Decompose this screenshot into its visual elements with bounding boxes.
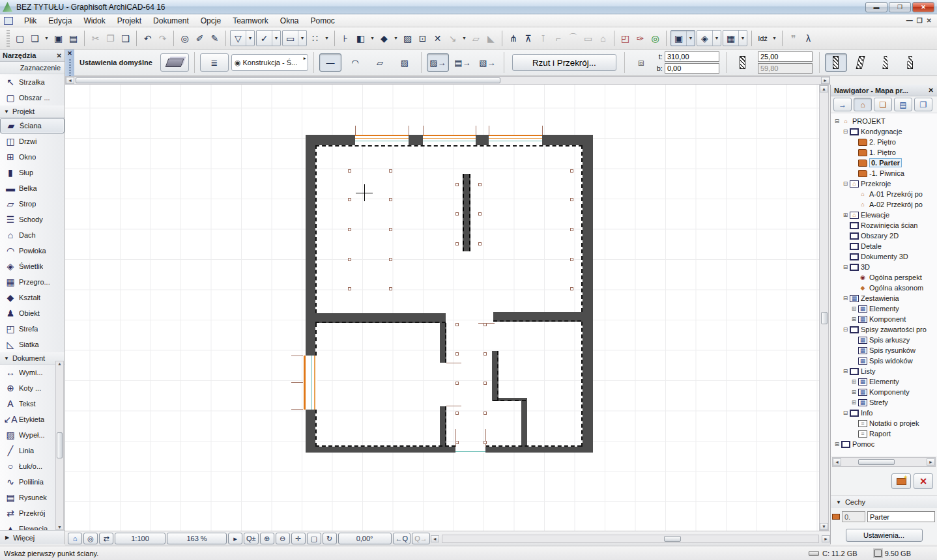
fillet-button[interactable]: ⌒ [566, 31, 581, 46]
snap-guides-button[interactable]: ✓ [257, 31, 272, 46]
menu-widok[interactable]: Widok [78, 14, 111, 27]
find-select-button[interactable]: ◎ [177, 31, 192, 46]
walk-mode-button[interactable]: λ [801, 31, 816, 46]
snap-guides-dropdown-icon[interactable]: ▼ [272, 31, 280, 46]
snap-grid-button[interactable]: ∷ [308, 31, 323, 46]
zoom-stepper-button[interactable]: Q± [244, 533, 259, 544]
layers-button[interactable]: ≣ [200, 53, 229, 72]
tree-item[interactable]: ≡Notatki o projek [831, 418, 937, 428]
tree-item[interactable]: Detale [831, 241, 937, 251]
zoom-in-button[interactable]: ⊕ [260, 533, 274, 544]
tree-toggle-icon[interactable]: ⊞ [833, 441, 841, 447]
survey-point-button[interactable]: ✑ [633, 31, 648, 46]
scroll-left-icon[interactable]: ◄ [833, 458, 841, 466]
settings-button[interactable]: Ustawienia... [846, 529, 923, 542]
tree-toggle-icon[interactable]: ⊞ [850, 305, 858, 312]
menu-opcje[interactable]: Opcje [195, 14, 227, 27]
tree-item[interactable]: Dokumenty 3D [831, 251, 937, 262]
tool-palette-scrollbar[interactable]: ▲ ▼ [55, 361, 64, 530]
wall-thickness-field[interactable] [758, 51, 813, 62]
tree-item[interactable]: ⊟Info [831, 408, 937, 418]
scroll-up-icon[interactable]: ▲ [57, 361, 62, 366]
tree-item[interactable]: ≡Raport [831, 428, 937, 439]
menu-dokument[interactable]: Dokument [147, 14, 195, 27]
infobox-drag-handle[interactable]: ✕ [65, 49, 74, 76]
tree-item[interactable]: ⊞▦Komponenty [831, 387, 937, 397]
tree-item[interactable]: ⌂A-01 Przekrój po [831, 189, 937, 199]
project-map-button[interactable]: ⌂ [854, 98, 872, 111]
layout-book-button[interactable]: ▤ [894, 98, 912, 111]
new-folder-button[interactable] [891, 473, 911, 489]
scroll-right-icon[interactable]: ► [927, 458, 935, 466]
tree-item[interactable]: ▦Spis arkuszy [831, 335, 937, 345]
scroll-down-icon[interactable]: ▼ [820, 523, 828, 530]
guide-lines-button[interactable]: ⊦ [338, 31, 353, 46]
tree-item[interactable]: ⊟Kondygnacje [831, 126, 937, 137]
refline-center-button[interactable]: ▤→ [452, 53, 474, 72]
selection-filter-button[interactable]: ▽ [231, 31, 246, 46]
tool-mesh[interactable]: ◺Siatka [0, 337, 65, 352]
tree-toggle-icon[interactable]: ⊞ [850, 389, 858, 395]
canvas-vertical-scrollbar[interactable]: ▲ ▼ [819, 85, 829, 531]
tree-toggle-icon[interactable]: ⊟ [842, 326, 849, 333]
more-options-button[interactable]: ▸ [228, 533, 242, 544]
wall-profile-straight-button[interactable] [825, 53, 847, 72]
tree-toggle-icon[interactable]: ⊟ [842, 295, 849, 301]
navigator-horizontal-scrollbar[interactable]: ◄ ► [832, 457, 936, 467]
infobox-close-icon[interactable]: ✕ [67, 49, 72, 57]
project-origin-button[interactable]: ◎ [648, 31, 663, 46]
swap-view-button[interactable]: ⇄ [99, 533, 113, 544]
wall-bottom-field[interactable] [665, 63, 719, 74]
plan-window-dropdown-icon[interactable]: ▼ [686, 31, 695, 46]
tree-item[interactable]: -1. Piwnica [831, 168, 937, 178]
tool-object[interactable]: ♟Obiekt [0, 305, 65, 321]
restore-button[interactable]: ❐ [889, 2, 911, 12]
tree-toggle-icon[interactable]: ⊟ [842, 128, 849, 135]
pick-parameters-button[interactable]: ✐ [192, 31, 207, 46]
tool-curtain-wall[interactable]: ▦Przegro... [0, 274, 65, 290]
view-map-button[interactable]: ❏ [874, 98, 892, 111]
trim-to-wall-button[interactable]: ⋔ [506, 31, 521, 46]
tool-beam[interactable]: ▬Belka [0, 180, 65, 196]
mirror-button[interactable]: ▱ [468, 31, 483, 46]
tree-toggle-icon[interactable]: ⊞ [850, 378, 858, 385]
plan-and-section-button[interactable]: Rzut i Przekrój... [512, 54, 616, 71]
tree-item[interactable]: ⊟3D [831, 262, 937, 272]
tree-item[interactable]: ⊞▦Komponent [831, 314, 937, 324]
wall-straight-button[interactable]: — [319, 53, 341, 72]
drag-dropdown-icon[interactable]: ▼ [460, 31, 468, 46]
measure-button[interactable]: ⊡ [415, 31, 430, 46]
tree-toggle-icon[interactable]: ⊟ [842, 368, 849, 374]
split-button[interactable]: ⊼ [521, 31, 536, 46]
marquee-frame-button[interactable]: ◰ [618, 31, 633, 46]
tree-toggle-icon[interactable]: ⊞ [850, 399, 858, 406]
scroll-right-icon[interactable]: ► [822, 535, 830, 542]
adjust-button[interactable]: ⊺ [536, 31, 551, 46]
drag-button[interactable]: ↘ [445, 31, 460, 46]
tree-item[interactable]: ⊟Spisy zawartości pro [831, 324, 937, 335]
tree-item[interactable]: Rozwinięcia ścian [831, 220, 937, 231]
paste-button[interactable]: ❑ [118, 31, 133, 46]
tree-item[interactable]: ▦Spis rysunków [831, 345, 937, 356]
previous-zoom-button[interactable]: ←Q [393, 533, 411, 544]
tree-toggle-icon[interactable]: ⊟ [842, 410, 849, 416]
delete-button[interactable]: ✕ [914, 473, 933, 489]
wall-trapezoid-button[interactable]: ▱ [369, 53, 391, 72]
tool-morph[interactable]: ◆Kształt [0, 290, 65, 305]
pen-weight-dropdown-icon[interactable]: ▼ [392, 31, 400, 46]
scroll-thumb[interactable] [57, 432, 63, 458]
layout-window-button[interactable]: ▦ [723, 31, 738, 46]
tool-column[interactable]: ▮Słup [0, 165, 65, 180]
tree-item[interactable]: ⊟▦Zestawienia [831, 293, 937, 303]
elevate-button[interactable]: ◣ [483, 31, 498, 46]
element-info-tag-button[interactable]: ▭ [283, 31, 298, 46]
navigator-close-icon[interactable]: ✕ [929, 87, 934, 94]
tree-item[interactable]: ⌂A-02 Przekrój po [831, 199, 937, 210]
edit-home-button[interactable]: ⌂ [596, 31, 611, 46]
new-document-button[interactable]: ▢ [12, 31, 27, 46]
menu-teamwork[interactable]: Teamwork [227, 14, 274, 27]
3d-window-dropdown-icon[interactable]: ▼ [712, 31, 721, 46]
refline-left-button[interactable]: ▨→ [427, 53, 449, 72]
wall-settings-button[interactable] [160, 53, 189, 72]
tree-toggle-icon[interactable]: ⊟ [842, 180, 849, 187]
